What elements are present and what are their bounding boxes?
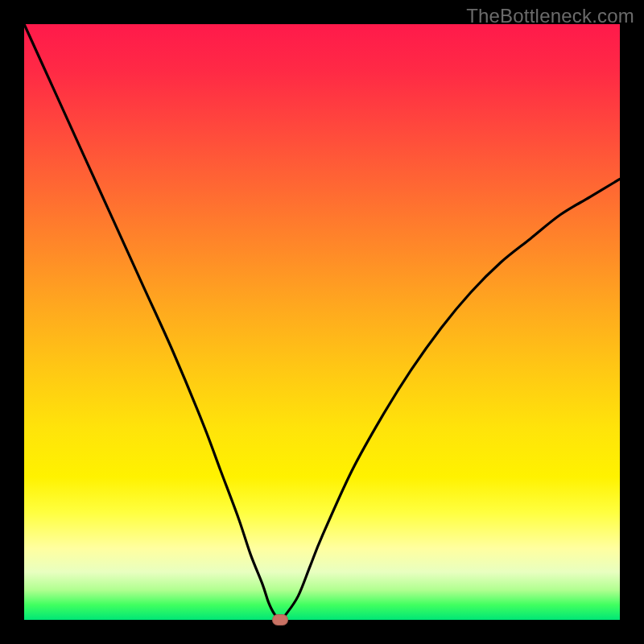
- plot-area: [24, 24, 620, 620]
- optimum-marker: [272, 614, 288, 625]
- bottleneck-curve: [24, 24, 620, 620]
- chart-frame: TheBottleneck.com: [0, 0, 644, 644]
